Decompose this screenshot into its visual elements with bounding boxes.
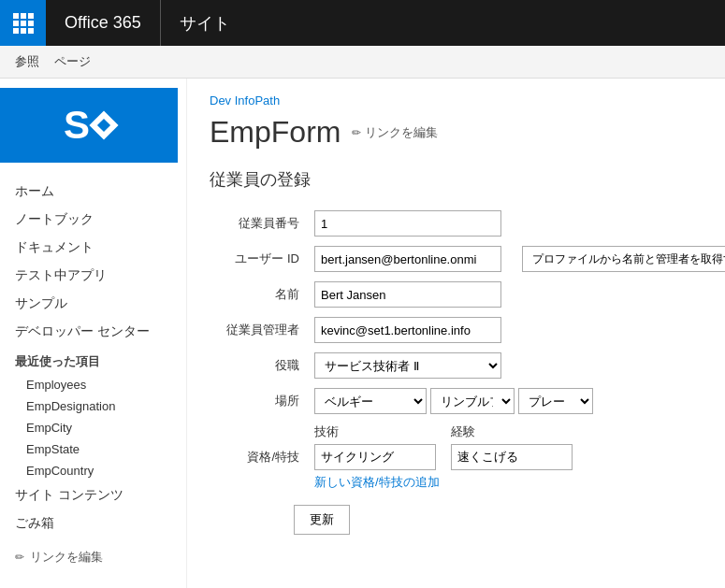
sidebar-item-notebook[interactable]: ノートブック: [0, 206, 186, 234]
app-title: Office 365: [46, 0, 161, 46]
form-row-role: 役職 サービス技術者 Ⅱ: [219, 348, 725, 383]
sidebar-item-developer-center[interactable]: デベロッパー センター: [0, 318, 186, 346]
employee-form: 従業員番号 ユーザー ID プロファイルから名前と管理者を取得する: [219, 206, 725, 495]
page-edit-link[interactable]: ✏ リンクを編集: [352, 124, 438, 141]
sidebar-link-edit[interactable]: ✏ リンクを編集: [0, 538, 186, 577]
sidebar-recent-empcity[interactable]: EmpCity: [0, 417, 186, 438]
logo-diamond: [89, 110, 118, 139]
sidebar-item-site-contents[interactable]: サイト コンテンツ: [0, 481, 186, 509]
main-layout: S ホーム ノートブック ドキュメント テスト中アプリ サンプル デベロッパー …: [0, 79, 725, 588]
sidebar-item-documents[interactable]: ドキュメント: [0, 234, 186, 262]
form-row-skill: 資格/特技 技術 経験 新しい資格/特技の追加: [219, 419, 725, 495]
manager-label: 従業員管理者: [219, 312, 307, 348]
sidebar-recent-empstate[interactable]: EmpState: [0, 438, 186, 460]
location-region-select[interactable]: リンブルフ∨: [430, 388, 515, 414]
breadcrumb-devinfo[interactable]: Dev InfoPath: [210, 93, 280, 108]
waffle-menu-button[interactable]: [0, 0, 46, 46]
form-row-employee-number: 従業員番号: [219, 206, 725, 241]
add-skill-link[interactable]: 新しい資格/特技の追加: [314, 474, 725, 491]
sidebar-item-recycle-bin[interactable]: ごみ箱: [0, 509, 186, 538]
profile-button[interactable]: プロファイルから名前と管理者を取得する: [522, 246, 725, 272]
content-area: Dev InfoPath EmpForm ✏ リンクを編集 従業員の登録 従業員…: [187, 79, 725, 588]
form-row-location: 場所 ベルギー リンブルフ∨ プレー: [219, 383, 725, 419]
nav-page[interactable]: ページ: [54, 53, 91, 70]
page-edit-label: リンクを編集: [365, 124, 438, 141]
name-label: 名前: [219, 277, 307, 312]
manager-input[interactable]: [314, 317, 501, 343]
employee-number-label: 従業員番号: [219, 206, 307, 241]
site-title: サイト: [161, 12, 249, 35]
skill-col-tech: 技術: [314, 423, 436, 470]
waffle-icon: [13, 13, 34, 34]
skill-col-exp: 経験: [451, 423, 573, 470]
skill-exp-header: 経験: [451, 423, 573, 440]
location-country-select[interactable]: ベルギー: [314, 388, 427, 414]
sidebar: S ホーム ノートブック ドキュメント テスト中アプリ サンプル デベロッパー …: [0, 79, 187, 588]
title-pencil-icon: ✏: [352, 126, 361, 139]
update-button[interactable]: 更新: [294, 505, 350, 535]
role-label: 役職: [219, 348, 307, 383]
skill-tech-input[interactable]: [314, 444, 436, 470]
skill-label: 資格/特技: [219, 419, 307, 495]
page-title-area: EmpForm ✏ リンクを編集: [210, 115, 725, 150]
skill-tech-header: 技術: [314, 423, 436, 440]
sidebar-item-sample[interactable]: サンプル: [0, 290, 186, 318]
sidebar-recent-section: 最近使った項目: [0, 346, 186, 374]
secondary-nav: 参照 ページ: [0, 46, 725, 79]
pencil-icon: ✏: [15, 551, 24, 564]
location-label: 場所: [219, 383, 307, 419]
sidebar-recent-empdesignation[interactable]: EmpDesignation: [0, 395, 186, 417]
form-section-title: 従業員の登録: [210, 168, 725, 191]
sidebar-link-edit-label: リンクを編集: [30, 549, 103, 566]
employee-number-input[interactable]: [314, 210, 501, 237]
name-input[interactable]: [314, 281, 501, 308]
sidebar-recent-empcountry[interactable]: EmpCountry: [0, 460, 186, 481]
user-id-label: ユーザー ID: [219, 241, 307, 277]
form-row-user-id: ユーザー ID プロファイルから名前と管理者を取得する: [219, 241, 725, 277]
role-select[interactable]: サービス技術者 Ⅱ: [314, 352, 501, 379]
location-selects: ベルギー リンブルフ∨ プレー: [314, 388, 725, 414]
top-bar: Office 365 サイト: [0, 0, 725, 46]
form-row-manager: 従業員管理者: [219, 312, 725, 348]
skill-area: 技術 経験: [314, 423, 725, 470]
site-logo[interactable]: S: [0, 88, 178, 163]
location-city-select[interactable]: プレー: [518, 388, 593, 414]
form-row-name: 名前: [219, 277, 725, 312]
user-id-input[interactable]: [314, 246, 501, 272]
sidebar-item-test-app[interactable]: テスト中アプリ: [0, 262, 186, 290]
skill-exp-input[interactable]: [451, 444, 573, 470]
page-title: EmpForm: [210, 115, 341, 150]
page-path: Dev InfoPath: [210, 93, 725, 108]
logo-s-letter: S: [64, 103, 90, 148]
nav-browse[interactable]: 参照: [15, 53, 39, 70]
sidebar-recent-employees[interactable]: Employees: [0, 374, 186, 395]
sidebar-item-home[interactable]: ホーム: [0, 178, 186, 206]
